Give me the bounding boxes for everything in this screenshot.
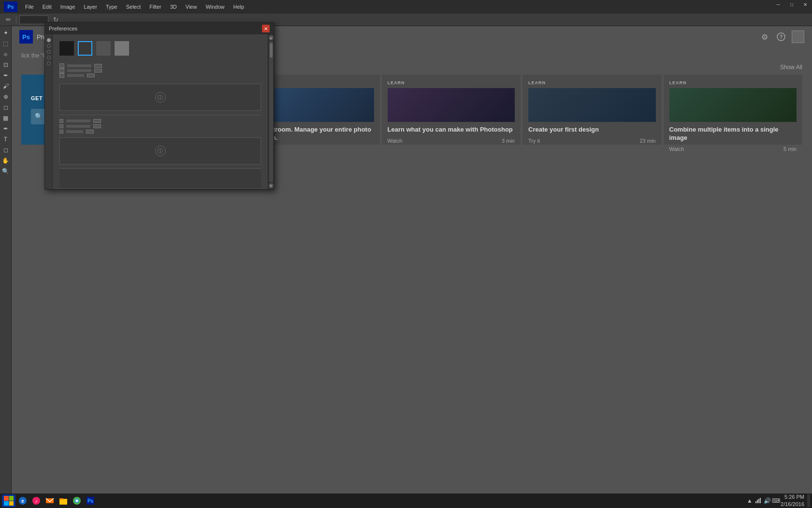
dropdown-1a[interactable]: [94, 64, 102, 68]
settings-icon[interactable]: ⚙: [759, 31, 770, 43]
svg-point-11: [76, 500, 78, 502]
eyedropper-tool[interactable]: ✒: [1, 71, 11, 80]
zoom-tool[interactable]: 🔍: [1, 166, 11, 176]
tray-icon-network[interactable]: [754, 497, 762, 505]
taskbar-icon-ie[interactable]: e: [16, 494, 29, 507]
hand-tool[interactable]: ✋: [1, 156, 11, 165]
prefs-titlebar: Preferences ✕: [45, 23, 274, 34]
prefs-info-section-1: ⓘ: [59, 84, 261, 111]
learn-card-combine[interactable]: LEARN Combine multiple items into a sing…: [664, 75, 803, 145]
checkbox-1a[interactable]: [59, 63, 64, 68]
menu-view[interactable]: View: [182, 3, 201, 11]
color-swatch-dark-gray[interactable]: [78, 41, 92, 56]
dropdown-1b[interactable]: [94, 69, 102, 73]
user-avatar[interactable]: [792, 30, 804, 43]
color-swatch-medium-gray[interactable]: [96, 41, 111, 56]
learn-card-footer-2: Try it 23 min: [528, 138, 656, 144]
prefs-nav-item-3[interactable]: [47, 56, 51, 60]
menu-image[interactable]: Image: [57, 3, 79, 11]
menu-layer[interactable]: Layer: [80, 3, 101, 11]
prefs-nav-item-2[interactable]: [47, 50, 51, 54]
brush-tool-icon[interactable]: ✏: [4, 15, 13, 24]
minimize-button[interactable]: ─: [771, 0, 785, 9]
taskbar-icon-chrome[interactable]: [71, 494, 83, 507]
list-dropdown-1[interactable]: [93, 119, 101, 123]
clone-tool[interactable]: ⊕: [1, 92, 11, 102]
prefs-nav-item-1[interactable]: [47, 44, 51, 48]
menu-help[interactable]: Help: [230, 3, 248, 11]
toolbar-input[interactable]: [19, 15, 48, 24]
label-1a: [67, 64, 91, 67]
windows-logo-q3: [4, 501, 9, 506]
checkbox-1b[interactable]: [59, 68, 64, 73]
windows-logo-q2: [9, 496, 14, 501]
ps-logo-large: Ps: [19, 30, 33, 44]
menu-type[interactable]: Type: [102, 3, 121, 11]
menu-3d[interactable]: 3D: [166, 3, 181, 11]
text-tool[interactable]: T: [1, 134, 11, 144]
list-label-3: [66, 130, 83, 133]
color-swatch-black[interactable]: [59, 41, 74, 56]
gradient-tool[interactable]: ▦: [1, 113, 11, 123]
svg-text:♪: ♪: [35, 498, 38, 504]
dropdown-1c[interactable]: [87, 74, 95, 77]
learn-card-tag-3: LEARN: [669, 80, 797, 85]
bullet-2: [59, 124, 63, 128]
list-dropdown-2[interactable]: [93, 124, 101, 128]
list-dropdown-3[interactable]: [86, 130, 94, 134]
eraser-tool[interactable]: ◻: [1, 103, 11, 112]
list-label-2: [66, 125, 90, 128]
list-label-1: [66, 120, 90, 122]
menu-file[interactable]: File: [21, 3, 38, 11]
scroll-track[interactable]: [269, 41, 273, 182]
shape-tool[interactable]: ◻: [1, 145, 11, 155]
select-tool[interactable]: ⬚: [1, 39, 11, 48]
menu-window[interactable]: Window: [202, 3, 228, 11]
learn-card-first-design[interactable]: LEARN Create your first design Try it 23…: [522, 75, 662, 145]
taskbar-icon-explorer[interactable]: [57, 494, 70, 507]
taskbar-icon-mail[interactable]: [44, 494, 56, 507]
prefs-title: Preferences: [49, 26, 77, 31]
show-desktop-button[interactable]: [807, 494, 810, 507]
taskbar-icon-photoshop[interactable]: Ps: [84, 494, 97, 507]
color-swatch-light-gray[interactable]: [115, 41, 129, 56]
prefs-nav-item-0[interactable]: [47, 38, 51, 42]
learn-card-action-1[interactable]: Watch: [388, 138, 403, 144]
crop-tool[interactable]: ⊡: [1, 60, 11, 70]
maximize-button[interactable]: □: [785, 0, 798, 9]
move-tool[interactable]: ✦: [1, 28, 11, 38]
learn-card-title-3: Combine multiple items into a single ima…: [669, 126, 797, 142]
scroll-down-button[interactable]: ▼: [269, 183, 274, 188]
prefs-nav-item-4[interactable]: [47, 61, 51, 65]
learn-card-image-1: [388, 88, 515, 122]
start-button[interactable]: [2, 494, 15, 507]
prefs-close-button[interactable]: ✕: [262, 25, 270, 32]
scroll-up-button[interactable]: ▲: [269, 35, 274, 40]
pen-tool[interactable]: ✒: [1, 124, 11, 134]
taskbar-clock[interactable]: 5:26 PM 2/16/2016: [781, 493, 804, 508]
learn-card-image-2: [528, 88, 656, 122]
menu-select[interactable]: Select: [122, 3, 145, 11]
learn-card-action-2[interactable]: Try it: [528, 138, 540, 144]
lasso-tool[interactable]: ⌾: [1, 49, 11, 59]
tray-icon-volume[interactable]: 🔊: [763, 497, 771, 505]
prefs-content: ⓘ: [53, 34, 268, 189]
window-controls: ─ □ ✕: [771, 0, 812, 10]
taskbar: e ♪ Ps ▲: [0, 493, 812, 508]
learn-card-action-3[interactable]: Watch: [669, 146, 684, 152]
info-icon-2: ⓘ: [155, 146, 166, 156]
tray-icon-keyboard[interactable]: ⌨: [772, 497, 780, 505]
close-button[interactable]: ✕: [798, 0, 812, 9]
taskbar-icon-itunes[interactable]: ♪: [30, 494, 43, 507]
help-icon[interactable]: ?: [775, 31, 787, 43]
settings-row-1b: [59, 68, 261, 73]
show-all-link[interactable]: Show All: [780, 64, 802, 71]
menu-filter[interactable]: Filter: [145, 3, 165, 11]
toolbar-separator: [16, 16, 16, 24]
tray-icon-arrow[interactable]: ▲: [746, 497, 754, 505]
learn-card-what-you-make[interactable]: LEARN Learn what you can make with Photo…: [382, 75, 521, 145]
checkbox-1c[interactable]: [59, 73, 64, 78]
menu-edit[interactable]: Edit: [39, 3, 56, 11]
preferences-dialog: Preferences ✕: [44, 22, 274, 190]
brush-tool[interactable]: 🖌: [1, 81, 11, 91]
